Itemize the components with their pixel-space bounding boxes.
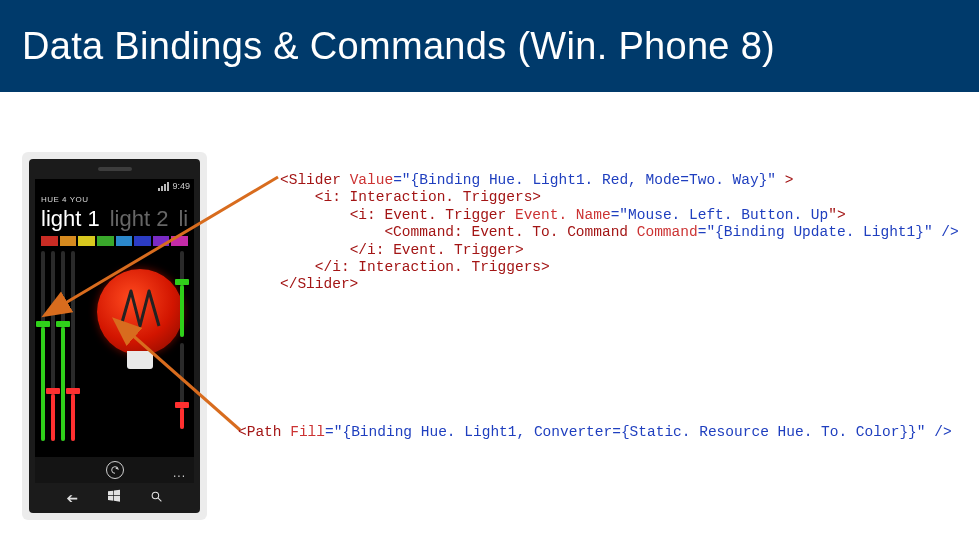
slider-group-right — [180, 251, 186, 441]
svg-point-0 — [152, 492, 159, 499]
code-block-slider: <Slider Value="{Binding Hue. Light1. Red… — [280, 172, 959, 294]
swatch-magenta[interactable] — [171, 236, 188, 246]
pivot-tabs: light 1 light 2 li — [35, 206, 194, 232]
swatch-yellow[interactable] — [78, 236, 95, 246]
svg-line-1 — [158, 498, 161, 501]
status-bar: 9:49 — [35, 179, 194, 193]
search-icon[interactable] — [150, 489, 163, 507]
phone-bezel: 9:49 HUE 4 YOU light 1 light 2 li — [29, 159, 200, 513]
slider-4[interactable] — [71, 251, 75, 441]
refresh-icon — [110, 465, 120, 475]
slider-right-2[interactable] — [180, 343, 184, 429]
swatch-orange[interactable] — [60, 236, 77, 246]
slider-group-left — [41, 251, 83, 441]
appbar-more[interactable]: ... — [173, 466, 186, 480]
slider-3[interactable] — [61, 251, 65, 441]
app-title: HUE 4 YOU — [35, 195, 194, 204]
code-block-path: <Path Fill="{Binding Hue. Light1, Conver… — [238, 424, 952, 441]
swatch-green[interactable] — [97, 236, 114, 246]
color-swatch-row — [35, 232, 194, 249]
swatch-red[interactable] — [41, 236, 58, 246]
slide-title: Data Bindings & Commands (Win. Phone 8) — [22, 25, 775, 68]
phone-nav-bar: ➔ — [29, 489, 200, 507]
tab-light3-truncated[interactable]: li — [178, 206, 188, 232]
status-time: 9:49 — [172, 181, 190, 191]
swatch-blue[interactable] — [134, 236, 151, 246]
swatch-purple[interactable] — [153, 236, 170, 246]
swatch-lightblue[interactable] — [116, 236, 133, 246]
phone-content — [41, 251, 188, 441]
phone-screen: 9:49 HUE 4 YOU light 1 light 2 li — [35, 179, 194, 483]
tab-light1[interactable]: light 1 — [41, 206, 100, 232]
bulb-area — [83, 251, 188, 441]
slide-root: Data Bindings & Commands (Win. Phone 8) … — [0, 0, 979, 551]
back-icon[interactable]: ➔ — [66, 490, 78, 506]
phone-speaker — [98, 167, 132, 171]
slider-2[interactable] — [51, 251, 55, 441]
bulb-filament — [111, 281, 169, 339]
windows-icon[interactable] — [106, 488, 122, 508]
bulb-base — [127, 351, 153, 369]
tab-light2[interactable]: light 2 — [110, 206, 169, 232]
signal-icon — [158, 182, 169, 191]
slide-header: Data Bindings & Commands (Win. Phone 8) — [0, 0, 979, 92]
slider-1[interactable] — [41, 251, 45, 441]
refresh-button[interactable] — [106, 461, 124, 479]
phone-mockup: 9:49 HUE 4 YOU light 1 light 2 li — [22, 152, 207, 520]
slider-right-1[interactable] — [180, 251, 184, 337]
app-bar: ... — [35, 457, 194, 483]
phone-body: 9:49 HUE 4 YOU light 1 light 2 li — [22, 152, 207, 520]
